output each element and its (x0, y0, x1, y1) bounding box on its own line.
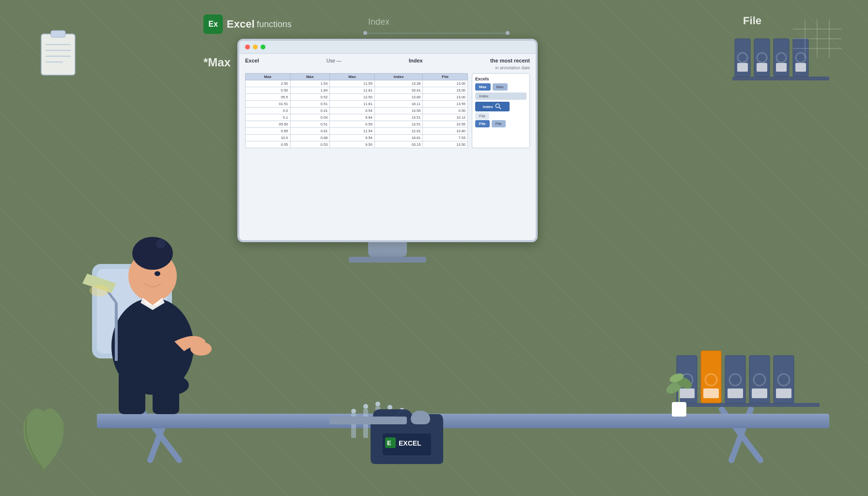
svg-rect-59 (752, 388, 767, 398)
col-header-max3: Max (330, 74, 375, 80)
excel-logo: Ex Excel (203, 15, 255, 34)
cell-r0-c0: 2.50 (246, 80, 291, 87)
cell-r3-c1: 0.51 (290, 101, 330, 108)
cell-r7-c2: 11.54 (330, 128, 375, 135)
cell-r6-c0: 05.50 (246, 121, 291, 128)
sidebar-title: Excels (475, 77, 527, 81)
sidebar-index-label[interactable]: Index (475, 93, 527, 100)
cell-r1-c4: 15.00 (423, 87, 468, 94)
cell-r7-c3: 12.91 (374, 128, 423, 135)
svg-rect-62 (776, 388, 791, 398)
cell-r9-c2: 9.50 (330, 141, 375, 148)
cell-r9-c4: 13.50 (423, 141, 468, 148)
annotation-dot-left (363, 31, 367, 35)
cell-r8-c3: 18.81 (374, 135, 423, 141)
svg-point-37 (90, 285, 109, 296)
cell-r1-c2: 11.81 (330, 87, 375, 94)
monitor-stand (368, 242, 407, 257)
maximize-dot[interactable] (261, 45, 265, 49)
excel-icon-text: Ex (208, 20, 218, 29)
svg-rect-42 (672, 402, 686, 417)
svg-point-27 (190, 342, 212, 356)
search-icon (495, 103, 502, 110)
svg-rect-53 (703, 388, 719, 398)
svg-rect-1 (51, 31, 65, 37)
screen-index-header: Index (409, 58, 423, 63)
svg-rect-24 (119, 371, 145, 414)
cell-r3-c4: 13.55 (423, 101, 468, 108)
index-floating-label: Index (368, 17, 389, 27)
cell-r9-c1: 0.53 (290, 141, 330, 148)
excel-folder: E EXCEL (368, 402, 446, 467)
sidebar-panel: Excels Max Max Index Index (472, 73, 530, 148)
sidebar-btn-row-1: Max Max (475, 83, 527, 91)
svg-point-64 (363, 404, 368, 409)
table-row: 01.510.5111.8118.1113.55 (246, 101, 468, 108)
cell-r0-c2: 11.55 (330, 80, 375, 87)
screen-most-recent: the most recent (490, 58, 530, 63)
sidebar-max-btn-2[interactable]: Max (493, 83, 508, 91)
mouse (411, 411, 430, 424)
col-header-file: File (423, 74, 468, 80)
svg-rect-15 (737, 63, 748, 72)
window-controls (239, 41, 536, 54)
cell-r1-c0: 0.50 (246, 87, 291, 94)
cell-r5-c3: 13.51 (374, 114, 423, 121)
cell-r3-c2: 11.81 (330, 101, 375, 108)
cell-r6-c2: 0.59 (330, 121, 375, 128)
monitor-base (349, 257, 426, 263)
svg-rect-56 (728, 388, 743, 398)
svg-point-33 (156, 239, 166, 248)
annotation-dot-right (506, 31, 510, 35)
cell-r4-c1: 0.41 (290, 108, 330, 114)
sidebar-index-row: Index (475, 93, 527, 100)
spreadsheet-area: Max Max Max Index File 2.501.5411.5513.3… (245, 73, 530, 148)
cell-r4-c3: 13.50 (374, 108, 423, 114)
cell-r6-c3: 13.51 (374, 121, 423, 128)
sidebar-file-btn-1[interactable]: File (475, 120, 490, 127)
cell-r8-c2: 9.54 (330, 135, 375, 141)
sidebar-file-ghost-btn[interactable]: File (475, 112, 489, 120)
cell-r3-c0: 01.51 (246, 101, 291, 108)
annotation-line (363, 33, 509, 33)
table-row: 10.00.889.5418.817.53 (246, 135, 468, 141)
annotation-date-label: in annotation date (245, 65, 530, 70)
excel-title: Excel (227, 18, 255, 31)
main-scene: Ex Excel functions Index File *Max (0, 0, 868, 496)
col-header-max2: Max (290, 74, 330, 80)
cell-r9-c3: 03.15 (374, 141, 423, 148)
svg-rect-16 (757, 63, 767, 72)
table-row: 05.500.510.5913.5110.55 (246, 121, 468, 128)
sidebar-file-ghost-row: File (475, 113, 527, 118)
sidebar-file-btn-2[interactable]: File (492, 120, 506, 127)
table-row: 0.00.410.5413.500.50 (246, 108, 468, 114)
screen-excel-label: Excel (245, 58, 259, 63)
data-table: Max Max Max Index File 2.501.5411.5513.3… (245, 73, 468, 148)
file-floating-label: File (743, 15, 761, 27)
cell-r5-c1: 0.04 (290, 114, 330, 121)
cell-r2-c4: 13.00 (423, 94, 468, 101)
sidebar-index-active-btn[interactable]: Index (475, 102, 510, 111)
table-row: 05.50.5212.5013.8013.00 (246, 94, 468, 101)
minimize-dot[interactable] (253, 45, 258, 49)
svg-rect-0 (41, 34, 75, 75)
cell-r5-c2: 9.84 (330, 114, 375, 121)
keyboard (329, 417, 407, 424)
svg-text:E: E (387, 439, 391, 447)
cell-r9-c0: 0.55 (246, 141, 291, 148)
cell-r4-c0: 0.0 (246, 108, 291, 114)
svg-point-34 (155, 271, 160, 276)
cell-r8-c1: 0.88 (290, 135, 330, 141)
cell-r0-c3: 13.36 (374, 80, 423, 87)
screen-header: Excel Use — Index the most recent (245, 58, 530, 63)
plant-decoration (660, 361, 698, 421)
cell-r2-c1: 0.52 (290, 94, 330, 101)
svg-point-19 (496, 104, 499, 108)
cell-r7-c1: 0.81 (290, 128, 330, 135)
table-header-row: Max Max Max Index File (246, 74, 468, 80)
sidebar-file-row: File File (475, 120, 527, 127)
table-row: 0.501.8411.8133.9115.00 (246, 87, 468, 94)
cell-r3-c3: 18.11 (374, 101, 423, 108)
sidebar-max-btn-1[interactable]: Max (475, 83, 491, 91)
close-dot[interactable] (245, 45, 250, 49)
